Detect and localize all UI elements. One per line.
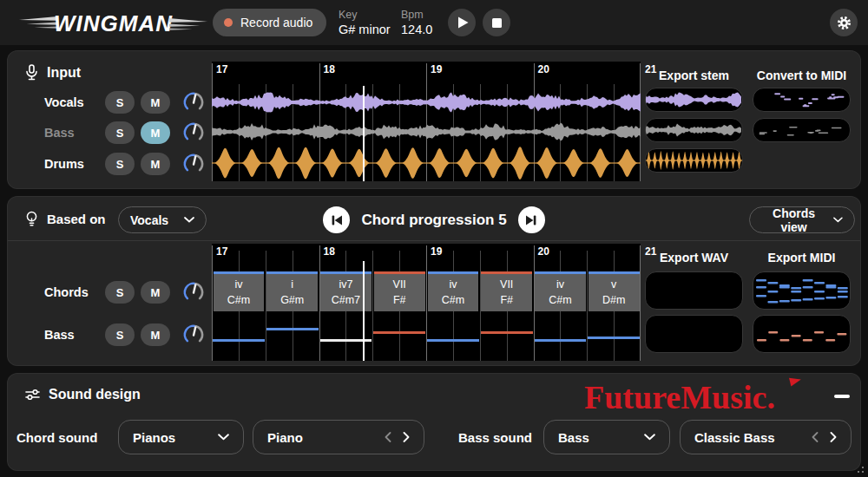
export-wav-header: Export WAV [645, 251, 743, 265]
chord-block[interactable]: VIIF# [481, 271, 532, 311]
sliders-icon [25, 389, 40, 401]
bass-category-dropdown[interactable]: Bass [543, 420, 670, 454]
solo-button-chords[interactable]: S [105, 281, 135, 304]
resize-grip[interactable] [862, 471, 864, 473]
solo-button-bass[interactable]: S [105, 121, 135, 144]
convert-midi-vocals-button[interactable] [753, 88, 851, 112]
bar-number: 18 [324, 245, 335, 258]
mute-button-drums[interactable]: M [141, 153, 170, 175]
input-waveform-area[interactable]: 1718192021 [212, 62, 641, 181]
bass-note [266, 328, 319, 330]
export-stem-drums-button[interactable] [645, 148, 743, 173]
track-row-prog-bass: Bass S M [44, 323, 205, 347]
mute-button-prog-bass[interactable]: M [141, 323, 170, 346]
export-midi-bass-button[interactable] [753, 315, 851, 353]
bar-line [640, 245, 641, 361]
track-label-chords: Chords [44, 285, 105, 299]
export-wav-bass-button[interactable] [645, 315, 743, 353]
bar-number: 17 [216, 63, 227, 75]
solo-button-vocals[interactable]: S [105, 91, 135, 114]
key-display: Key G# minor [339, 8, 391, 38]
chord-name: F# [481, 293, 532, 309]
skip-forward-icon [525, 214, 537, 226]
chord-category-dropdown[interactable]: Pianos [118, 420, 244, 454]
bpm-display: Bpm 124.0 [401, 8, 432, 38]
export-midi-chords-button[interactable] [753, 271, 851, 310]
collapse-panel-button[interactable] [831, 389, 853, 403]
export-stem-vocals-button[interactable] [645, 88, 743, 112]
volume-knob-chords[interactable] [182, 281, 205, 304]
chord-category-value: Pianos [133, 430, 175, 445]
chord-preset-selector[interactable]: Piano [253, 420, 424, 454]
chord-sound-label: Chord sound [16, 430, 97, 445]
bar-number: 20 [538, 63, 549, 75]
export-stem-header: Export stem [645, 69, 743, 82]
chevron-left-icon [812, 432, 819, 442]
record-audio-label: Record audio [240, 16, 312, 29]
export-midi-header: Export MIDI [753, 251, 851, 265]
solo-button-drums[interactable]: S [105, 153, 135, 175]
input-panel: Input Vocals S M Bass S M Drums S M 1718… [7, 50, 861, 189]
record-dot-icon [224, 18, 233, 27]
track-label-vocals: Vocals [44, 95, 105, 109]
chord-block[interactable]: VIIF# [374, 271, 425, 311]
track-label-bass: Bass [44, 126, 105, 140]
chord-roman: iv [428, 278, 479, 293]
futuremusic-watermark: FutureMusic. [584, 378, 775, 416]
volume-knob-drums[interactable] [182, 153, 205, 175]
bar-number: 19 [431, 63, 442, 75]
export-wav-chords-button[interactable] [645, 271, 743, 310]
bass-note [588, 337, 640, 339]
chord-grid-area[interactable]: 1718192021ivC#miG#miv7C#m7VIIF#ivC#mVIIF… [212, 244, 641, 361]
volume-knob-prog-bass[interactable] [182, 323, 205, 346]
mute-button-chords[interactable]: M [141, 281, 170, 304]
bar-number: 18 [324, 63, 335, 75]
mute-button-vocals[interactable]: M [141, 91, 170, 114]
chord-name: G#m [266, 293, 318, 309]
convert-midi-bass-button[interactable] [753, 118, 851, 142]
bar-number: 21 [645, 63, 656, 75]
bpm-label: Bpm [401, 8, 432, 22]
volume-knob-bass[interactable] [182, 121, 205, 144]
settings-button[interactable] [830, 9, 858, 36]
chord-roman: v [589, 278, 640, 293]
bass-note [535, 339, 587, 342]
track-label-drums: Drums [44, 157, 105, 171]
stop-button[interactable] [483, 9, 510, 36]
chords-view-dropdown[interactable]: Chords view [749, 206, 855, 233]
key-label: Key [339, 8, 391, 22]
logo-wing-right-icon [169, 15, 209, 34]
chord-block[interactable]: iG#m [266, 271, 318, 311]
previous-progression-button[interactable] [323, 206, 350, 233]
track-label-prog-bass: Bass [44, 328, 105, 342]
volume-knob-vocals[interactable] [182, 91, 205, 114]
chord-roman: iv [535, 278, 586, 293]
chord-block[interactable]: ivC#m [535, 271, 586, 311]
sound-design-panel: Sound design Chord sound Pianos Piano Ba… [7, 373, 861, 471]
solo-button-prog-bass[interactable]: S [105, 323, 135, 346]
play-button[interactable] [448, 9, 476, 36]
next-progression-button[interactable] [518, 206, 545, 233]
chevron-left-icon [385, 432, 391, 442]
chord-block[interactable]: ivC#m [214, 271, 265, 311]
bass-preset-value: Classic Bass [694, 430, 775, 445]
skip-back-icon [331, 214, 343, 226]
chevron-down-icon [218, 434, 229, 441]
watermark-text: FutureMusic. [584, 379, 775, 415]
chords-view-label: Chords view [761, 206, 826, 234]
export-stem-bass-button[interactable] [645, 118, 743, 142]
play-icon [457, 16, 469, 29]
chord-name: C#m [535, 293, 586, 309]
chord-roman: VII [374, 278, 425, 293]
chord-block[interactable]: vD#m [589, 271, 640, 311]
key-value: G# minor [339, 22, 391, 38]
bass-preset-selector[interactable]: Classic Bass [680, 420, 852, 454]
record-audio-button[interactable]: Record audio [213, 9, 326, 36]
mute-button-bass[interactable]: M [141, 121, 170, 144]
chord-block[interactable]: ivC#m [428, 271, 479, 311]
progression-nav: Chord progression 5 [8, 206, 860, 233]
track-row-drums: Drums S M [44, 152, 205, 176]
playhead [363, 261, 365, 361]
chevron-right-icon [830, 432, 837, 442]
chord-name: C#m [428, 293, 479, 309]
